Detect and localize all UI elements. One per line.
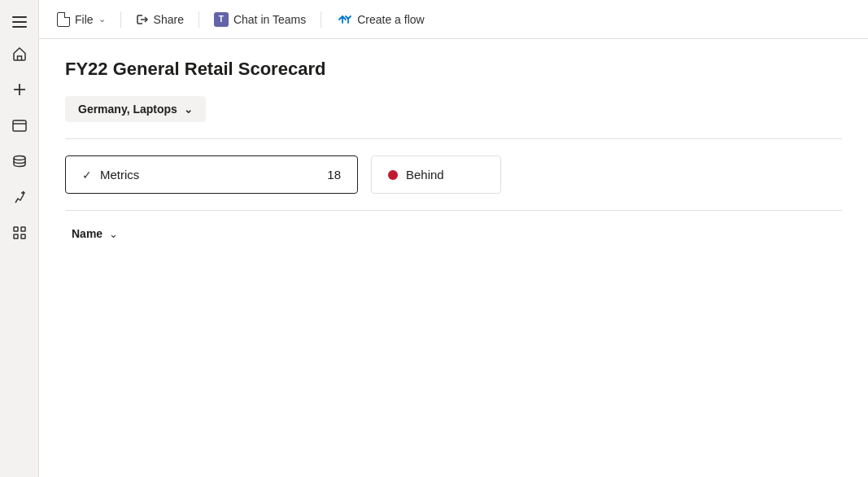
toolbar-divider-2 — [198, 11, 199, 28]
share-icon — [136, 13, 149, 26]
file-chevron-icon: ⌄ — [98, 14, 106, 24]
create-flow-button[interactable]: Create a flow — [328, 7, 432, 33]
name-row: Name ⌄ — [65, 227, 842, 240]
teams-icon: T — [214, 12, 229, 27]
svg-rect-2 — [13, 120, 26, 131]
svg-rect-5 — [21, 227, 25, 231]
metrics-card-left: ✓ Metrics — [82, 168, 139, 182]
file-menu[interactable]: File ⌄ — [49, 7, 114, 32]
page-title: FY22 General Retail Scorecard — [65, 59, 842, 80]
toolbar: File ⌄ Share T Chat in Teams Create a — [39, 0, 868, 39]
sidebar-item-goals[interactable] — [3, 181, 36, 213]
svg-rect-7 — [21, 234, 25, 238]
sidebar-item-create[interactable] — [3, 73, 36, 106]
svg-point-3 — [14, 156, 25, 160]
divider-2 — [65, 210, 842, 211]
sidebar — [0, 0, 39, 477]
name-chevron-icon: ⌄ — [109, 228, 118, 240]
filter-label: Germany, Laptops — [78, 103, 177, 116]
toolbar-divider-1 — [120, 11, 121, 28]
status-dot-icon — [388, 170, 398, 180]
svg-rect-6 — [14, 234, 18, 238]
share-label: Share — [154, 13, 184, 26]
file-icon — [57, 12, 70, 27]
metrics-card[interactable]: ✓ Metrics 18 — [65, 155, 358, 194]
flow-label: Create a flow — [357, 13, 424, 26]
metrics-count: 18 — [327, 168, 341, 182]
filter-bar: Germany, Laptops ⌄ — [65, 96, 842, 122]
filter-dropdown[interactable]: Germany, Laptops ⌄ — [65, 96, 206, 122]
metrics-row: ✓ Metrics 18 Behind — [65, 155, 842, 194]
sidebar-item-home[interactable] — [3, 37, 36, 70]
page-content: FY22 General Retail Scorecard Germany, L… — [39, 39, 868, 477]
svg-rect-4 — [14, 227, 18, 231]
chat-label: Chat in Teams — [233, 13, 306, 26]
name-column-header: Name — [72, 227, 103, 240]
status-label: Behind — [406, 168, 444, 182]
sidebar-item-apps[interactable] — [3, 217, 36, 249]
hamburger-button[interactable] — [6, 10, 33, 34]
chat-in-teams-button[interactable]: T Chat in Teams — [206, 7, 314, 32]
share-button[interactable]: Share — [128, 8, 192, 31]
filter-chevron-icon: ⌄ — [184, 103, 193, 116]
sidebar-item-browse[interactable] — [3, 109, 36, 142]
metrics-label: Metrics — [100, 168, 139, 182]
toolbar-divider-3 — [321, 11, 321, 28]
status-card[interactable]: Behind — [371, 155, 501, 194]
file-label: File — [75, 13, 94, 26]
checkmark-icon: ✓ — [82, 168, 92, 182]
sidebar-item-data[interactable] — [3, 145, 36, 177]
divider-1 — [65, 138, 842, 139]
main-area: File ⌄ Share T Chat in Teams Create a — [39, 0, 868, 477]
flow-icon — [336, 11, 352, 28]
